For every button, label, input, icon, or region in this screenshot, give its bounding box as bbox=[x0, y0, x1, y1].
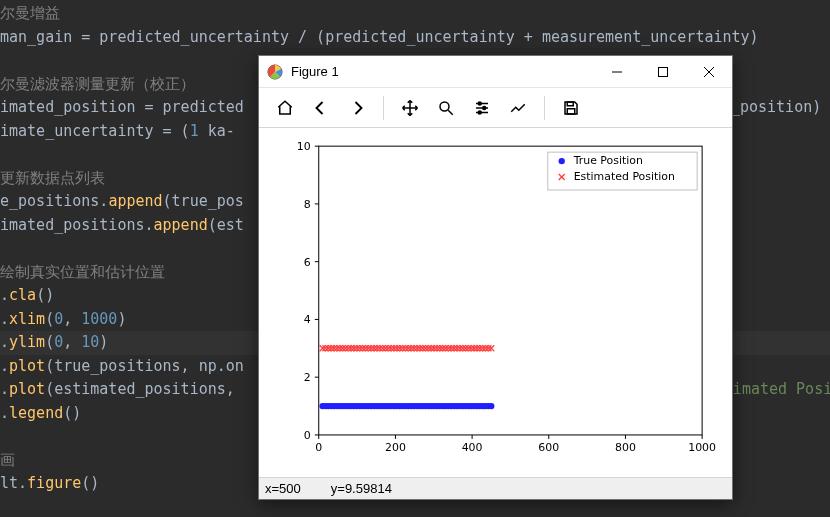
window-titlebar[interactable]: Figure 1 bbox=[259, 56, 732, 88]
svg-text:4: 4 bbox=[304, 313, 311, 326]
edit-icon[interactable] bbox=[504, 94, 532, 122]
svg-text:0: 0 bbox=[315, 441, 322, 454]
matplotlib-icon bbox=[267, 64, 283, 80]
svg-text:10: 10 bbox=[297, 140, 311, 153]
svg-rect-14 bbox=[567, 108, 575, 113]
code-line[interactable]: 尔曼增益 bbox=[0, 2, 830, 26]
configure-icon[interactable] bbox=[468, 94, 496, 122]
code-line[interactable]: man_gain = predicted_uncertainty / (pred… bbox=[0, 26, 830, 50]
status-x: x=500 bbox=[265, 481, 301, 496]
toolbar-separator bbox=[383, 96, 384, 120]
forward-icon[interactable] bbox=[343, 94, 371, 122]
home-icon[interactable] bbox=[271, 94, 299, 122]
svg-text:800: 800 bbox=[615, 441, 636, 454]
svg-rect-2 bbox=[659, 67, 668, 76]
status-bar: x=500 y=9.59814 bbox=[259, 477, 732, 499]
svg-point-99 bbox=[488, 403, 494, 409]
figure-window: Figure 1 020040060080010000246810True Po… bbox=[258, 55, 733, 500]
svg-text:600: 600 bbox=[538, 441, 559, 454]
toolbar-separator bbox=[544, 96, 545, 120]
plot-area[interactable]: 020040060080010000246810True PositionEst… bbox=[259, 128, 732, 477]
back-icon[interactable] bbox=[307, 94, 335, 122]
close-button[interactable] bbox=[686, 56, 732, 88]
svg-text:2: 2 bbox=[304, 371, 311, 384]
figure-toolbar bbox=[259, 88, 732, 128]
svg-text:200: 200 bbox=[385, 441, 406, 454]
svg-rect-13 bbox=[567, 102, 573, 106]
window-title: Figure 1 bbox=[291, 64, 339, 79]
svg-line-6 bbox=[448, 110, 453, 115]
status-y: y=9.59814 bbox=[331, 481, 392, 496]
svg-text:8: 8 bbox=[304, 198, 311, 211]
svg-text:6: 6 bbox=[304, 256, 311, 269]
minimize-button[interactable] bbox=[594, 56, 640, 88]
svg-point-221 bbox=[559, 158, 565, 164]
svg-point-12 bbox=[478, 111, 481, 114]
svg-text:1000: 1000 bbox=[688, 441, 716, 454]
chart: 020040060080010000246810True PositionEst… bbox=[259, 128, 732, 477]
svg-point-11 bbox=[483, 106, 486, 109]
svg-text:Estimated Position: Estimated Position bbox=[574, 170, 675, 183]
pan-icon[interactable] bbox=[396, 94, 424, 122]
svg-point-10 bbox=[478, 102, 481, 105]
svg-text:True Position: True Position bbox=[573, 154, 643, 167]
svg-point-5 bbox=[440, 102, 449, 111]
zoom-icon[interactable] bbox=[432, 94, 460, 122]
maximize-button[interactable] bbox=[640, 56, 686, 88]
svg-text:0: 0 bbox=[304, 429, 311, 442]
save-icon[interactable] bbox=[557, 94, 585, 122]
svg-text:400: 400 bbox=[462, 441, 483, 454]
